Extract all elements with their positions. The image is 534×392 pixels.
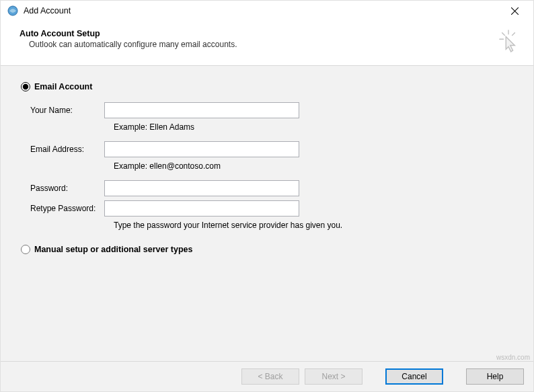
wizard-footer: < Back Next > Cancel Help (1, 361, 533, 391)
password-label: Password: (30, 184, 104, 193)
radio-manual-setup-label: Manual setup or additional server types (34, 245, 192, 254)
help-button[interactable]: Help (466, 368, 524, 385)
cancel-button[interactable]: Cancel (385, 368, 443, 385)
radio-email-account-row: Email Account (21, 82, 513, 91)
your-name-input[interactable] (104, 102, 299, 118)
close-icon (511, 7, 519, 15)
back-button[interactable]: < Back (241, 368, 299, 385)
email-address-hint: Example: ellen@contoso.com (114, 161, 513, 171)
radio-manual-setup-row: Manual setup or additional server types (21, 245, 513, 254)
titlebar: Add Account (1, 1, 533, 21)
header-title: Auto Account Setup (20, 29, 498, 38)
your-name-hint: Example: Ellen Adams (114, 122, 513, 132)
email-address-label: Email Address: (30, 145, 104, 154)
retype-password-label: Retype Password: (30, 204, 104, 213)
next-button[interactable]: Next > (305, 368, 363, 385)
wizard-body: Email Account Your Name: Example: Ellen … (1, 66, 533, 361)
add-account-dialog: Add Account Auto Account Setup Outlook c… (0, 0, 534, 392)
wizard-header: Auto Account Setup Outlook can automatic… (1, 21, 533, 66)
email-account-form: Your Name: Example: Ellen Adams Email Ad… (30, 102, 513, 230)
dialog-title: Add Account (24, 6, 71, 15)
radio-manual-setup[interactable] (21, 245, 30, 254)
svg-line-4 (502, 33, 505, 36)
watermark: wsxdn.com (496, 354, 530, 361)
password-hint: Type the password your Internet service … (114, 221, 513, 230)
app-icon (7, 5, 18, 16)
close-button[interactable] (501, 1, 528, 20)
password-input[interactable] (104, 180, 299, 196)
radio-email-account[interactable] (21, 82, 30, 91)
your-name-label: Your Name: (30, 106, 104, 115)
retype-password-input[interactable] (104, 200, 299, 217)
svg-line-5 (512, 33, 515, 36)
header-subtitle: Outlook can automatically configure many… (29, 40, 498, 49)
radio-email-account-label: Email Account (34, 82, 92, 91)
email-address-input[interactable] (104, 141, 299, 157)
cursor-wizard-icon (498, 29, 519, 53)
